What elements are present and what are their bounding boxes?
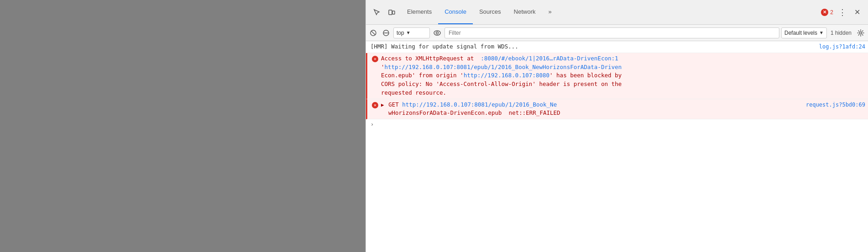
get-error-text: ▶ GET http://192.168.0.107:8081/epub/1/2… (381, 101, 802, 118)
cors-line3: Econ.epub' from origin ' (381, 72, 464, 79)
cors-url-link[interactable]: :8080/#/ebook/1|2016…rAData-DrivenEcon:1 (481, 55, 618, 62)
get-cont: wHorizonsForAData-DrivenEcon.epub net::E… (381, 109, 560, 116)
tab-console[interactable]: Console (438, 0, 473, 24)
cors-line1: Access to XMLHttpRequest at (381, 55, 481, 62)
tab-elements[interactable]: Elements (401, 0, 438, 24)
tab-sources[interactable]: Sources (473, 0, 508, 24)
console-settings-button[interactable] (855, 27, 866, 38)
svg-rect-0 (389, 10, 392, 15)
console-chevron-icon: › (370, 121, 374, 128)
cors-line2: ' (381, 64, 385, 70)
console-output: [HMR] Waiting for update signal from WDS… (366, 41, 868, 252)
cors-line3b: ' has been blocked by (550, 72, 622, 79)
tab-more[interactable]: » (542, 0, 558, 24)
hmr-source-link[interactable]: log.js?1afd:24 (815, 43, 865, 51)
close-devtools-button[interactable]: ✕ (852, 7, 863, 18)
svg-rect-1 (392, 11, 395, 14)
clear-console-button[interactable] (368, 27, 379, 38)
level-value: Default levels (784, 30, 817, 36)
get-expand-arrow[interactable]: ▶ (381, 102, 384, 108)
page-content-panel (0, 0, 365, 252)
tab-network[interactable]: Network (508, 0, 542, 24)
context-value: top (397, 30, 404, 36)
svg-line-3 (371, 31, 375, 35)
devtools-tab-bar: Elements Console Sources Network » ✕ 2 ⋮… (366, 0, 868, 25)
hmr-text: [HMR] Waiting for update signal from WDS… (370, 43, 519, 51)
log-entry-hmr: [HMR] Waiting for update signal from WDS… (366, 41, 868, 53)
more-options-button[interactable]: ⋮ (837, 7, 848, 18)
get-url-link[interactable]: http://192.168.0.107:8081/epub/1/2016_Bo… (402, 101, 557, 108)
device-toolbar-button[interactable] (385, 6, 398, 19)
cors-line5: requested resource. (381, 89, 446, 96)
error-count: 2 (830, 9, 833, 16)
devtools-left-icons (368, 6, 401, 19)
hidden-count: 1 hidden (829, 30, 853, 36)
cors-origin-link[interactable]: http://192.168.0.107:8080 (464, 72, 550, 79)
error-x-icon: ✕ (821, 9, 828, 16)
svg-point-6 (434, 31, 440, 35)
devtools-tabs: Elements Console Sources Network » (401, 0, 817, 24)
cors-epub-link[interactable]: http://192.168.0.107:8081/epub/1/2016_Bo… (385, 64, 622, 70)
level-selector[interactable]: Default levels ▼ (781, 27, 827, 38)
console-toolbar: top ▼ Default levels ▼ 1 hidden (366, 25, 868, 41)
context-selector[interactable]: top ▼ (393, 27, 430, 38)
svg-point-8 (860, 32, 862, 34)
devtools-tab-right: ✕ 2 ⋮ ✕ (817, 7, 866, 18)
get-error-body: ▶ GET http://192.168.0.107:8081/epub/1/2… (381, 101, 865, 118)
inspect-element-button[interactable] (370, 6, 383, 19)
error-count-badge[interactable]: ✕ 2 (821, 9, 833, 16)
cors-error-body: Access to XMLHttpRequest at :8080/#/eboo… (381, 54, 865, 97)
error-circle-icon-1: ✕ (372, 56, 378, 62)
console-prompt-line[interactable]: › (366, 119, 868, 129)
context-dropdown-icon: ▼ (406, 30, 411, 35)
devtools-panel: Elements Console Sources Network » ✕ 2 ⋮… (365, 0, 868, 252)
cors-line4: CORS policy: No 'Access-Control-Allow-Or… (381, 80, 622, 87)
log-entry-cors-error: ✕ Access to XMLHttpRequest at :8080/#/eb… (366, 53, 868, 99)
get-source-link[interactable]: request.js?5bd0:69 (802, 101, 865, 109)
cors-error-text: Access to XMLHttpRequest at :8080/#/eboo… (381, 54, 865, 97)
level-dropdown-icon: ▼ (819, 30, 824, 35)
filter-input[interactable] (445, 27, 779, 38)
svg-point-7 (436, 32, 439, 34)
get-method: GET (388, 101, 402, 108)
log-entry-get-error: ✕ ▶ GET http://192.168.0.107:8081/epub/1… (366, 99, 868, 120)
eye-button[interactable] (432, 27, 443, 38)
error-circle-icon-2: ✕ (372, 102, 378, 108)
block-requests-button[interactable] (381, 27, 392, 38)
